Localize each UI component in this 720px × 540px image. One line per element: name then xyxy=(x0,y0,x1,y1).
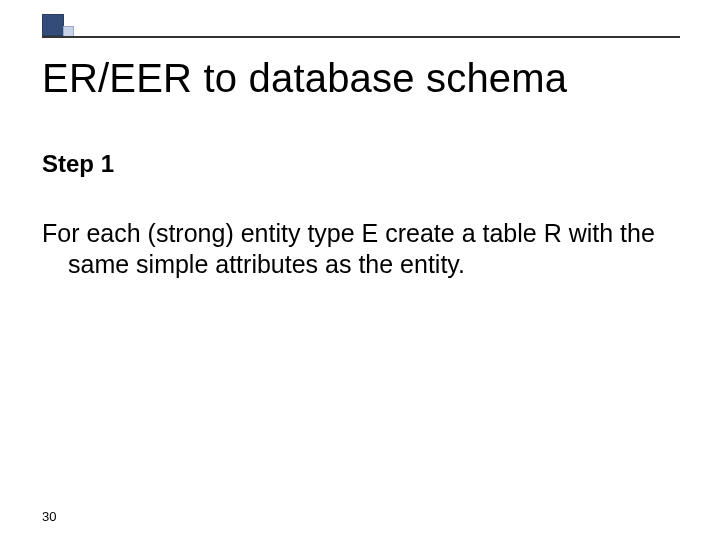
horizontal-rule xyxy=(42,36,680,38)
decoration-square-large xyxy=(42,14,64,36)
slide-title: ER/EER to database schema xyxy=(42,56,680,101)
slide-decoration xyxy=(42,14,74,36)
step-heading: Step 1 xyxy=(42,150,114,178)
body-paragraph: For each (strong) entity type E create a… xyxy=(42,218,680,281)
page-number: 30 xyxy=(42,509,56,524)
